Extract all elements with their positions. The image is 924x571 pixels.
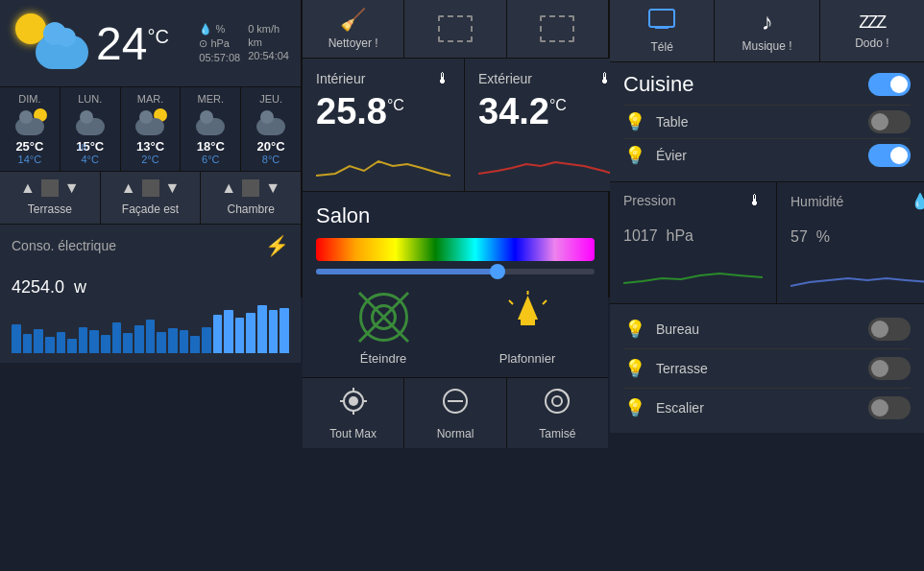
tamise-label: Tamisé: [539, 427, 575, 440]
salon-section: Salon Éteindre: [303, 192, 608, 377]
svg-line-8: [543, 300, 547, 304]
forecast-day-4: JEU. 20°C 8°C: [241, 87, 301, 171]
mid-column: 🧹 Nettoyer ! Intérieur 🌡 25.8°C: [303, 0, 610, 297]
slider-fill: [316, 269, 498, 274]
toggle-bureau[interactable]: [868, 318, 911, 341]
power-value: 4254.0 w: [12, 261, 289, 301]
blind-down-chambre[interactable]: ▼: [263, 179, 282, 197]
humidite-chart: [790, 255, 924, 294]
forecast-icon-1: [73, 108, 108, 135]
light-row-bureau: 💡 Bureau: [623, 310, 911, 349]
tv-icon: [647, 8, 676, 36]
light-name-table: Table: [656, 114, 868, 130]
forecast-icon-3: [193, 108, 228, 135]
distance: km: [248, 36, 289, 48]
forecast-day-3: MER. 18°C 6°C: [181, 87, 241, 171]
svg-line-7: [509, 300, 513, 304]
blind-label-terrasse: Terrasse: [28, 202, 72, 216]
drop-icon: 💧: [911, 192, 924, 210]
toggle-evier[interactable]: [868, 144, 911, 167]
cuisine-master-toggle[interactable]: [868, 73, 911, 96]
light-name-escalier: Escalier: [656, 400, 868, 416]
bulb-icon-escalier: 💡: [623, 397, 646, 418]
pression-label: Pression: [623, 193, 675, 208]
forecast-icon-4: [254, 108, 288, 135]
tele-button[interactable]: Télé: [610, 0, 715, 61]
scene-eteindre[interactable]: Éteindre: [316, 288, 450, 366]
exterior-chart: [478, 137, 613, 185]
light-row-terrasse: 💡 Terrasse: [623, 349, 911, 389]
blind-up-facade[interactable]: ▲: [119, 179, 138, 197]
humidity-icon: 💧 %: [199, 23, 240, 36]
dashed-box-2: [540, 15, 574, 42]
light-row-table: 💡 Table: [623, 105, 911, 138]
pressure-icon: ⊙ hPa: [199, 37, 240, 50]
humidite-label: Humidité: [790, 194, 843, 209]
sleep-icon: ZZZ: [859, 12, 885, 33]
forecast-icon-0: [12, 108, 47, 135]
mid-btn-1[interactable]: [404, 0, 506, 58]
weather-icon: [12, 10, 88, 77]
right-column: Télé ♪ Musique ! ZZZ Dodo ! Cuisine 💡 Ta…: [610, 0, 924, 297]
thermometer-pression-icon: 🌡: [747, 192, 763, 209]
eteindre-icon: [354, 288, 412, 345]
scene-plafonnier[interactable]: Plafonnier: [460, 288, 595, 366]
scene-normal[interactable]: Normal: [404, 378, 506, 448]
bulb-icon-terrasse: 💡: [623, 358, 646, 379]
blind-stop-chambre: [242, 179, 259, 197]
light-name-terrasse-light: Terrasse: [656, 361, 868, 376]
svg-rect-5: [521, 320, 535, 325]
light-row-escalier: 💡 Escalier: [623, 389, 911, 427]
salon-title: Salon: [316, 203, 595, 228]
dodo-button[interactable]: ZZZ Dodo !: [820, 0, 924, 61]
blind-facade[interactable]: ▲ ▼ Façade est: [101, 172, 202, 224]
exterior-temp-card: Extérieur 🌡 34.2°C: [465, 59, 626, 191]
tele-label: Télé: [650, 40, 672, 54]
eteindre-label: Éteindre: [360, 351, 406, 366]
blind-label-facade: Façade est: [122, 202, 179, 216]
svg-point-18: [552, 396, 562, 406]
exterior-value: 34.2°C: [478, 93, 613, 130]
cloud-icon: [36, 36, 88, 69]
blind-up-chambre[interactable]: ▲: [219, 179, 238, 197]
normal-icon: [440, 386, 471, 423]
mid-btn-2[interactable]: [507, 0, 608, 58]
music-button[interactable]: ♪ Musique !: [715, 0, 819, 61]
slider-thumb[interactable]: [490, 264, 505, 279]
power-bar-chart: [12, 305, 289, 353]
music-icon: ♪: [761, 9, 772, 36]
blind-down-terrasse[interactable]: ▼: [62, 179, 82, 197]
bolt-icon: ⚡: [265, 234, 289, 257]
toggle-terrasse-light[interactable]: [868, 357, 911, 380]
svg-marker-4: [518, 296, 538, 320]
bulb-icon-table: 💡: [623, 111, 646, 132]
scene-tout-max[interactable]: Tout Max: [303, 378, 404, 448]
blind-stop-facade: [142, 179, 159, 197]
clean-button[interactable]: 🧹 Nettoyer !: [303, 0, 404, 58]
toggle-table[interactable]: [868, 110, 911, 133]
brightness-slider[interactable]: [316, 269, 595, 274]
svg-rect-20: [655, 27, 669, 29]
interior-temp-card: Intérieur 🌡 25.8°C: [303, 59, 465, 191]
blind-down-facade[interactable]: ▼: [163, 179, 182, 197]
color-picker-bar[interactable]: [316, 238, 595, 261]
blind-stop-terrasse: [41, 179, 59, 197]
normal-label: Normal: [437, 427, 474, 440]
cuisine-title: Cuisine: [623, 72, 693, 97]
blind-terrasse[interactable]: ▲ ▼ Terrasse: [0, 172, 101, 224]
blind-up-terrasse[interactable]: ▲: [18, 179, 37, 197]
mid-top-buttons: 🧹 Nettoyer !: [303, 0, 608, 59]
bulb-icon-bureau: 💡: [623, 319, 646, 340]
humidite-value: 57 %: [790, 214, 924, 250]
toggle-escalier[interactable]: [868, 396, 911, 419]
blind-chambre[interactable]: ▲ ▼ Chambre: [201, 172, 301, 224]
interior-label: Intérieur: [316, 71, 365, 86]
light-name-bureau: Bureau: [656, 321, 868, 337]
tamise-icon: [542, 386, 572, 423]
light-name-evier: Évier: [656, 148, 868, 163]
salon-buttons: Éteindre Plafonnier: [316, 288, 595, 366]
forecast-day-1: LUN. 15°C 4°C: [61, 87, 121, 171]
exterior-label: Extérieur: [478, 71, 532, 86]
scene-tamise[interactable]: Tamisé: [507, 378, 608, 448]
interior-chart: [316, 137, 450, 185]
